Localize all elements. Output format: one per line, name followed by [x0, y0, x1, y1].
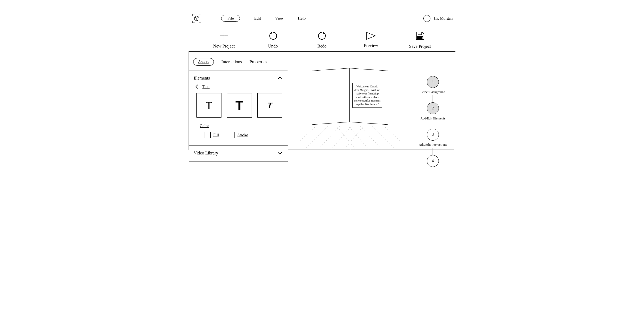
- video-library-title: Video Library: [194, 151, 218, 156]
- svg-marker-2: [367, 32, 375, 39]
- undo-icon: [268, 31, 278, 41]
- chevron-left-icon: [195, 84, 199, 89]
- app-logo: [191, 13, 202, 24]
- user-info[interactable]: Hi, Morgan: [423, 15, 453, 22]
- step-3-button[interactable]: 3: [427, 129, 439, 141]
- color-heading: Color: [200, 124, 283, 128]
- tab-interactions[interactable]: Interactions: [221, 59, 242, 64]
- text-style-bold[interactable]: T: [227, 93, 252, 118]
- step-connector: [433, 148, 433, 155]
- step-3-label: Add/Edit Interactions: [419, 143, 447, 147]
- svg-rect-4: [417, 36, 423, 40]
- elements-section: Elements Text T T T Color: [189, 71, 288, 146]
- stroke-label: Stroke: [237, 133, 248, 137]
- chevron-up-icon: [277, 75, 283, 81]
- play-icon: [365, 31, 377, 40]
- preview-button[interactable]: Preview: [355, 31, 387, 48]
- tab-properties[interactable]: Properties: [249, 59, 267, 64]
- tool-label: Save Project: [409, 44, 431, 49]
- redo-button[interactable]: Redo: [306, 31, 338, 49]
- step-2-button[interactable]: 2: [427, 102, 439, 114]
- tool-label: Undo: [268, 44, 278, 49]
- menu-file[interactable]: File: [221, 15, 240, 22]
- plus-icon: [219, 31, 229, 41]
- menu-view[interactable]: View: [275, 16, 284, 21]
- menu-help[interactable]: Help: [298, 16, 306, 21]
- step-2-label: Add/Edit Elements: [420, 116, 445, 121]
- elements-title: Elements: [194, 76, 210, 81]
- fill-swatch: [205, 132, 211, 138]
- video-library-section: Video Library: [189, 146, 288, 162]
- stroke-color-picker[interactable]: Stroke: [229, 132, 248, 138]
- new-project-button[interactable]: New Project: [208, 31, 240, 49]
- text-t-icon: T: [206, 99, 212, 112]
- elements-header[interactable]: Elements: [194, 74, 283, 83]
- menu-items: File Edit View Help: [221, 15, 306, 22]
- text-style-regular[interactable]: T: [196, 93, 221, 118]
- fill-color-picker[interactable]: Fill: [205, 132, 219, 138]
- save-icon: [415, 30, 426, 41]
- step-1: 1 Select Background: [421, 76, 445, 102]
- step-2: 2 Add/Edit Elements: [420, 102, 445, 129]
- breadcrumb-text: Text: [202, 84, 210, 89]
- step-4-button[interactable]: 4: [427, 155, 439, 167]
- undo-button[interactable]: Undo: [257, 31, 289, 49]
- user-greeting: Hi, Morgan: [434, 16, 453, 21]
- step-3: 3 Add/Edit Interactions: [419, 129, 447, 155]
- avatar-icon: [423, 15, 430, 22]
- tool-label: Preview: [364, 43, 378, 48]
- chevron-down-icon: [277, 150, 283, 156]
- side-panel: Assets Interactions Properties Elements …: [189, 52, 288, 150]
- card-text[interactable]: Welcome to Canada dear Morgan. I wish we…: [352, 83, 382, 108]
- svg-rect-3: [418, 32, 422, 35]
- step-1-button[interactable]: 1: [427, 76, 439, 88]
- step-connector: [433, 95, 433, 102]
- menubar: File Edit View Help Hi, Morgan: [189, 11, 455, 26]
- text-t-italic-icon: T: [267, 101, 272, 110]
- card-preview[interactable]: Welcome to Canada dear Morgan. I wish we…: [311, 68, 389, 126]
- main: Assets Interactions Properties Elements …: [189, 52, 455, 150]
- svg-marker-17: [312, 68, 349, 125]
- text-style-thumbs: T T T: [196, 93, 283, 118]
- menu-edit[interactable]: Edit: [254, 16, 261, 21]
- tool-label: Redo: [317, 44, 327, 49]
- redo-icon: [317, 31, 327, 41]
- step-1-label: Select Background: [421, 90, 445, 94]
- breadcrumb[interactable]: Text: [195, 84, 283, 89]
- save-project-button[interactable]: Save Project: [404, 30, 436, 49]
- color-row: Fill Stroke: [205, 132, 283, 138]
- fill-label: Fill: [213, 133, 219, 137]
- text-t-bold-icon: T: [235, 98, 243, 113]
- canvas-area[interactable]: Welcome to Canada dear Morgan. I wish we…: [288, 52, 412, 150]
- stroke-swatch: [229, 132, 235, 138]
- tab-assets[interactable]: Assets: [193, 58, 214, 66]
- side-tabs: Assets Interactions Properties: [189, 52, 288, 71]
- tool-label: New Project: [213, 44, 235, 49]
- step-connector: [433, 122, 433, 129]
- text-style-italic[interactable]: T: [257, 93, 282, 118]
- step-4: 4: [427, 155, 439, 167]
- stepper: 1 Select Background 2 Add/Edit Elements …: [412, 52, 454, 150]
- toolbar: New Project Undo Redo Preview: [189, 26, 455, 52]
- video-library-header[interactable]: Video Library: [194, 148, 283, 158]
